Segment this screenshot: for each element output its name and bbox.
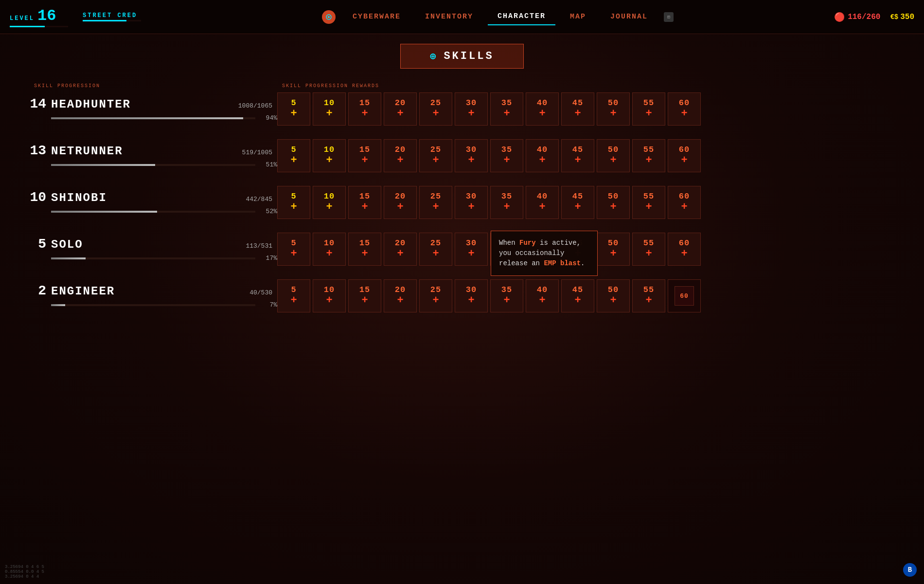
reward-box-netrunner-20[interactable]: 20+ <box>384 139 417 172</box>
debug-line2: 0.85554 0.0 4 5 <box>5 569 44 574</box>
skill-bar-fill-solo <box>51 257 86 259</box>
reward-box-shinobi-20[interactable]: 20+ <box>384 186 417 219</box>
reward-box-engineer-5[interactable]: 5+ <box>277 279 310 312</box>
skill-row-engineer: 2ENGINEER40/5307%5+10+15+20+25+30+35+Whe… <box>29 279 895 312</box>
reward-box-engineer-25[interactable]: 25+ <box>419 279 452 312</box>
reward-box-engineer-30[interactable]: 30+ <box>455 279 488 312</box>
skill-bar-headhunter <box>51 117 255 119</box>
level-label: LEVEL <box>10 15 35 22</box>
reward-box-headhunter-5[interactable]: 5+ <box>277 92 310 126</box>
reward-box-engineer-15[interactable]: 15+ <box>348 279 381 312</box>
reward-box-headhunter-10[interactable]: 10+ <box>313 92 346 126</box>
money-value: 350 <box>900 13 914 21</box>
tab-journal[interactable]: JOURNAL <box>601 9 657 25</box>
reward-box-shinobi-40[interactable]: 40+ <box>526 186 559 219</box>
reward-box-shinobi-55[interactable]: 55+ <box>632 186 665 219</box>
reward-box-solo-15[interactable]: 15+ <box>348 233 381 266</box>
reward-box-headhunter-15[interactable]: 15+ <box>348 92 381 126</box>
skill-name-solo: SOLO <box>51 238 83 251</box>
reward-box-shinobi-50[interactable]: 50+ <box>597 186 630 219</box>
nav-tabs: CYBERWARE INVENTORY CHARACTER MAP JOURNA… <box>160 8 834 25</box>
tab-cyberware[interactable]: CYBERWARE <box>343 9 410 25</box>
reward-box-netrunner-15[interactable]: 15+ <box>348 139 381 172</box>
skill-left-shinobi: 10SHINOBI442/84552% <box>29 190 277 215</box>
reward-box-netrunner-45[interactable]: 45+ <box>561 139 594 172</box>
reward-box-shinobi-30[interactable]: 30+ <box>455 186 488 219</box>
level-section: LEVEL 16 <box>10 7 68 27</box>
reward-box-netrunner-35[interactable]: 35+ <box>490 139 523 172</box>
reward-box-solo-60[interactable]: 60+ <box>668 233 701 266</box>
main-content: ⊕ SKILLS SKILL PROGRESSION SKILL PROGRES… <box>0 34 924 336</box>
skill-level-engineer: 2 <box>29 283 46 298</box>
reward-box-netrunner-55[interactable]: 55+ <box>632 139 665 172</box>
skill-row-netrunner: 13NETRUNNER519/100551%5+10+15+20+25+30+3… <box>29 139 895 172</box>
journal-icon[interactable]: ⊞ <box>664 12 674 22</box>
top-bar: LEVEL 16 STREET CRED CYBERWARE INVENTORY… <box>0 0 924 34</box>
reward-box-engineer-35[interactable]: 35+When Fury is active, you occasionally… <box>490 279 523 312</box>
skill-xp-engineer: 40/530 <box>249 289 272 296</box>
reward-box-solo-20[interactable]: 20+ <box>384 233 417 266</box>
level-bar-fill <box>10 26 45 27</box>
skill-pct-engineer: 7% <box>260 301 277 309</box>
reward-box-netrunner-5[interactable]: 5+ <box>277 139 310 172</box>
reward-box-netrunner-40[interactable]: 40+ <box>526 139 559 172</box>
reward-box-headhunter-20[interactable]: 20+ <box>384 92 417 126</box>
reward-box-headhunter-60[interactable]: 60+ <box>668 92 701 126</box>
tab-character[interactable]: CHARACTER <box>488 8 555 25</box>
reward-box-shinobi-45[interactable]: 45+ <box>561 186 594 219</box>
reward-box-shinobi-10[interactable]: 10+ <box>313 186 346 219</box>
skills-title: SKILLS <box>444 50 494 62</box>
skill-level-solo: 5 <box>29 237 46 252</box>
reward-box-solo-30[interactable]: 30+ <box>455 233 488 266</box>
debug-overlay: 3.25694 0 4 6 5 0.85554 0.0 4 5 3.25694 … <box>5 565 44 579</box>
reward-box-netrunner-30[interactable]: 30+ <box>455 139 488 172</box>
health-value: 116/260 <box>848 13 880 21</box>
skill-left-solo: 5SOLO113/53117% <box>29 237 277 262</box>
reward-box-engineer-10[interactable]: 10+ <box>313 279 346 312</box>
reward-box-solo-55[interactable]: 55+ <box>632 233 665 266</box>
reward-box-engineer-50[interactable]: 50+ <box>597 279 630 312</box>
reward-box-netrunner-25[interactable]: 25+ <box>419 139 452 172</box>
reward-box-solo-10[interactable]: 10+ <box>313 233 346 266</box>
skill-name-headhunter: HEADHUNTER <box>51 98 131 111</box>
reward-tooltip: When Fury is active, you occasionally re… <box>491 231 598 276</box>
street-cred-label: STREET CRED <box>83 12 137 19</box>
money-display: €$ 350 <box>890 13 914 21</box>
reward-box-headhunter-45[interactable]: 45+ <box>561 92 594 126</box>
reward-box-engineer-45[interactable]: 45+ <box>561 279 594 312</box>
reward-box-solo-5[interactable]: 5+ <box>277 233 310 266</box>
reward-box-shinobi-15[interactable]: 15+ <box>348 186 381 219</box>
skill-name-netrunner: NETRUNNER <box>51 145 123 158</box>
reward-box-headhunter-25[interactable]: 25+ <box>419 92 452 126</box>
reward-box-engineer-20[interactable]: 20+ <box>384 279 417 312</box>
reward-box-engineer-55[interactable]: 55+ <box>632 279 665 312</box>
skill-row-shinobi: 10SHINOBI442/84552%5+10+15+20+25+30+35+4… <box>29 186 895 219</box>
reward-box-solo-50[interactable]: 50+ <box>597 233 630 266</box>
reward-box-headhunter-35[interactable]: 35+ <box>490 92 523 126</box>
reward-box-solo-25[interactable]: 25+ <box>419 233 452 266</box>
street-cred-bar <box>83 20 141 21</box>
col-header-skill-progression: SKILL PROGRESSION <box>34 83 282 89</box>
reward-box-shinobi-60[interactable]: 60+ <box>668 186 701 219</box>
cyberware-icon[interactable] <box>322 10 336 24</box>
skill-left-engineer: 2ENGINEER40/5307% <box>29 283 277 309</box>
skills-button[interactable]: ⊕ SKILLS <box>400 44 523 69</box>
reward-box-netrunner-60[interactable]: 60+ <box>668 139 701 172</box>
skill-rows-container: 14HEADHUNTER1008/106594%5+10+15+20+25+30… <box>29 92 895 312</box>
debug-line1: 3.25694 0 4 6 5 <box>5 565 44 569</box>
skill-bar-engineer <box>51 304 255 306</box>
tab-inventory[interactable]: INVENTORY <box>415 9 483 25</box>
reward-box-engineer-40[interactable]: 40+ <box>526 279 559 312</box>
reward-box-engineer-60[interactable]: 60 <box>668 279 701 312</box>
skill-level-netrunner: 13 <box>29 143 46 158</box>
reward-box-shinobi-35[interactable]: 35+ <box>490 186 523 219</box>
reward-box-shinobi-5[interactable]: 5+ <box>277 186 310 219</box>
reward-box-headhunter-40[interactable]: 40+ <box>526 92 559 126</box>
reward-box-netrunner-50[interactable]: 50+ <box>597 139 630 172</box>
reward-box-netrunner-10[interactable]: 10+ <box>313 139 346 172</box>
reward-box-headhunter-50[interactable]: 50+ <box>597 92 630 126</box>
tab-map[interactable]: MAP <box>560 9 596 25</box>
reward-box-headhunter-55[interactable]: 55+ <box>632 92 665 126</box>
reward-box-headhunter-30[interactable]: 30+ <box>455 92 488 126</box>
reward-box-shinobi-25[interactable]: 25+ <box>419 186 452 219</box>
